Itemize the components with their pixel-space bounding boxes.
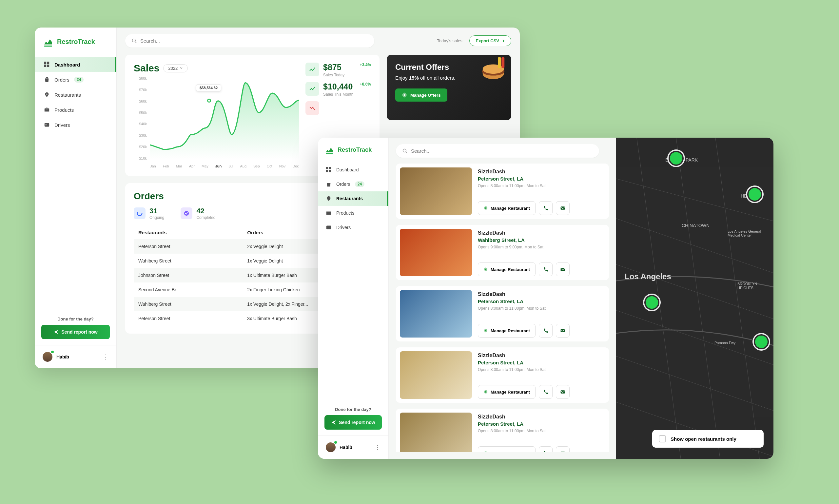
orders-badge: 24 [74,77,84,83]
svg-point-14 [184,211,189,216]
restaurant-hours: Opens 8:00am to 11:00pm, Mon to Sat [478,306,605,311]
nav-restaurants[interactable]: Restaurants [35,87,117,102]
call-button[interactable] [539,201,553,215]
status-dot [51,350,54,353]
restaurant-card[interactable]: SizzleDash Peterson Street, LA Opens 8:0… [396,163,609,219]
call-button[interactable] [539,263,553,276]
restaurant-hours: Opens 8:00am to 11:00pm, Mon to Sat [478,183,605,188]
nav-orders[interactable]: Orders 24 [35,72,117,87]
sidebar: RestroTrack Dashboard Orders 24 Restaura… [35,28,117,368]
map-label: Los Angeles General Medical Center [728,229,773,237]
restaurant-address: Peterson Street, LA [478,299,605,304]
restaurant-card[interactable]: SizzleDash Peterson Street, LA Opens 8:0… [396,286,609,341]
year-select[interactable]: 2022 [163,64,188,72]
manage-restaurant-button[interactable]: Manage Restaurant [478,263,536,276]
gear-icon [483,328,488,333]
trend-up-icon [305,62,319,76]
svg-rect-11 [498,57,501,68]
map-pin[interactable] [754,334,769,349]
manage-restaurant-button[interactable]: Manage Restaurant [478,201,536,215]
map-pin[interactable] [668,151,684,166]
cell-restaurant: Peterson Street [134,311,243,326]
nav-restaurants[interactable]: Restaurants [318,191,388,206]
send-report-button[interactable]: Send report now [41,325,110,339]
sidebar-footer: Done for the day? Send report now [35,311,117,345]
send-report-button[interactable]: Send report now [324,415,382,430]
nav-dashboard[interactable]: Dashboard [318,163,388,177]
svg-rect-34 [561,268,565,271]
restaurant-image [400,167,472,215]
svg-rect-25 [329,167,331,169]
completed-stat: 42Completed [181,207,215,220]
trend-up-icon [305,82,319,96]
nav-dashboard[interactable]: Dashboard [35,57,117,72]
restaurant-name: SizzleDash [478,291,605,297]
restaurant-card[interactable]: SizzleDash Wahlberg Street, LA Opens 9:0… [396,225,609,280]
nav-label: Restaurants [54,92,81,98]
y-axis: $80k $70k $60k $50k $40k $30k $20k $10k [134,76,149,160]
map-pane[interactable]: ELYSIAN PARKHEIGHTSCHINATOWNLos Angeles … [616,138,773,459]
search-box[interactable] [125,34,374,48]
map-filter-checkbox[interactable]: Show open restaurants only [652,430,764,448]
call-button[interactable] [539,446,553,452]
sidebar: RestroTrack Dashboard Orders 24 Restaura… [318,138,389,459]
nav-products[interactable]: Products [35,102,117,117]
sales-title: Sales [134,62,159,74]
nav-drivers[interactable]: Drivers [35,117,117,132]
nav-drivers[interactable]: Drivers [318,220,388,235]
nav-orders[interactable]: Orders 24 [318,177,388,191]
call-button[interactable] [539,324,553,338]
restaurant-card[interactable]: SizzleDash Peterson Street, LA Opens 8:0… [396,409,609,452]
pin-icon [44,92,50,98]
user-name: Habib [56,354,69,359]
mail-button[interactable] [556,324,570,338]
map-pin[interactable] [747,187,762,202]
export-label: Export CSV [476,38,499,43]
manage-restaurant-button[interactable]: Manage Restaurant [478,446,536,452]
pin-icon [326,196,332,201]
mail-icon [560,328,565,333]
map-pin[interactable] [644,295,659,310]
checkbox-icon[interactable] [659,435,666,443]
user-row[interactable]: Habib ⋮ [35,345,117,368]
gear-icon [483,390,488,394]
kpi-delta: +8.6% [360,82,371,87]
call-button[interactable] [539,385,553,399]
user-menu-icon[interactable]: ⋮ [375,444,380,451]
search-input[interactable] [140,38,368,43]
svg-point-13 [137,211,142,216]
nav-products[interactable]: Products [318,206,388,220]
svg-rect-26 [326,170,328,172]
user-menu-icon[interactable]: ⋮ [103,353,108,360]
restaurant-name: SizzleDash [478,169,605,175]
col-restaurants[interactable]: Restaurants [134,226,243,239]
mail-button[interactable] [556,201,570,215]
manage-offers-button[interactable]: Manage Offers [395,89,447,102]
restaurant-name: SizzleDash [478,353,605,359]
kpi-delta: +3.4% [360,62,371,67]
sidebar-footer: Done for the day? Send report now [318,401,388,435]
svg-rect-3 [47,65,49,67]
svg-rect-24 [326,167,328,169]
brand-name: RestroTrack [338,146,372,154]
phone-icon [543,205,548,211]
user-row[interactable]: Habib ⋮ [318,435,388,459]
search-box[interactable] [396,144,599,158]
search-input[interactable] [411,148,592,154]
svg-rect-0 [44,61,46,64]
mail-button[interactable] [556,446,570,452]
manage-restaurant-button[interactable]: Manage Restaurant [478,324,536,338]
mail-button[interactable] [556,385,570,399]
year-value: 2022 [168,66,178,71]
cell-restaurant: Second Avenue Br... [134,283,243,297]
x-axis: Jan Feb Mar Apr May Jun Jul Aug Sep Oct [150,164,299,168]
kpi-sub: Sales This Month [323,92,354,97]
restaurant-card[interactable]: SizzleDash Peterson Street, LA Opens 8:0… [396,347,609,403]
burger-illustration [479,57,508,86]
export-csv-button[interactable]: Export CSV [469,35,511,46]
mail-button[interactable] [556,263,570,276]
orders-badge: 24 [355,181,364,187]
manage-restaurant-button[interactable]: Manage Restaurant [478,385,536,399]
mail-icon [560,451,565,452]
gear-icon [402,92,407,98]
